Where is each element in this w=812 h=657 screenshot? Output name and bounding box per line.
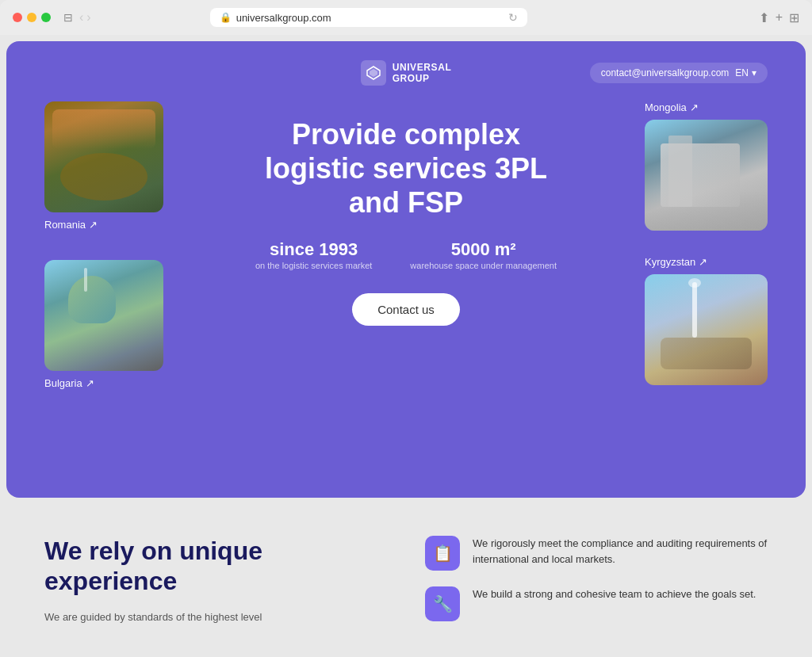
stat-since-label: on the logistic services market	[255, 260, 372, 271]
bulgaria-arrow-icon: ↗	[86, 377, 94, 389]
feature-team: 🔧 We build a strong and cohesive team to…	[425, 586, 768, 621]
stat-space-value: 5000 m²	[410, 239, 557, 260]
compliance-text: We rigorously meet the compliance and au…	[473, 536, 768, 567]
below-left-content: We rely on unique experience We are guid…	[44, 536, 387, 625]
close-button[interactable]	[13, 13, 22, 22]
forward-icon[interactable]: ›	[86, 10, 90, 25]
bulgaria-label: Bulgaria ↗	[44, 377, 163, 389]
browser-window: ⊟ ‹ › 🔒 universalkgroup.com ↻ ⬆ + ⊞	[0, 0, 812, 650]
country-card-mongolia[interactable]: Mongolia ↗	[645, 101, 768, 231]
hero-section: UNIVERSAL GROUP contact@universalkgroup.…	[6, 41, 806, 498]
romania-image	[44, 101, 163, 212]
back-icon[interactable]: ‹	[79, 10, 83, 25]
address-bar[interactable]: 🔒 universalkgroup.com ↻	[210, 8, 527, 27]
kyrgyzstan-image	[645, 274, 768, 385]
language-label: EN	[735, 67, 749, 78]
stat-space: 5000 m² warehouse space under management	[410, 239, 557, 271]
team-text: We build a strong and cohesive team to a…	[473, 586, 756, 602]
country-card-kyrgyzstan[interactable]: Kyrgyzstan ↗	[645, 256, 768, 385]
contact-us-button[interactable]: Contact us	[352, 293, 460, 326]
header-contact-bar[interactable]: contact@universalkgroup.com EN ▾	[590, 63, 768, 83]
chevron-down-icon: ▾	[752, 67, 756, 78]
traffic-lights	[13, 13, 51, 22]
hero-stats: since 1993 on the logistic services mark…	[255, 239, 557, 271]
mongolia-arrow-icon: ↗	[690, 101, 699, 113]
refresh-icon[interactable]: ↻	[508, 11, 518, 24]
new-tab-icon[interactable]: +	[776, 10, 783, 25]
below-title: We rely on unique experience	[44, 536, 387, 597]
hero-title: Provide complex logistic services 3PL an…	[255, 117, 557, 220]
language-selector[interactable]: EN ▾	[735, 67, 756, 78]
logo[interactable]: UNIVERSAL GROUP	[361, 60, 452, 86]
tab-grid-icon[interactable]: ⊞	[789, 10, 799, 25]
country-card-romania[interactable]: Romania ↗	[44, 101, 163, 231]
maximize-button[interactable]	[41, 13, 51, 22]
hero-layout: Romania ↗ Bulgaria ↗	[44, 101, 768, 466]
contact-email: contact@universalkgroup.com	[601, 67, 730, 78]
mongolia-image	[645, 120, 768, 231]
kyrgyzstan-arrow-icon: ↗	[699, 256, 707, 268]
browser-controls: ⊟ ‹ ›	[63, 10, 91, 25]
below-grid: We rely on unique experience We are guid…	[44, 536, 768, 625]
svg-marker-1	[370, 69, 377, 77]
lock-icon: 🔒	[220, 12, 232, 23]
stat-since: since 1993 on the logistic services mark…	[255, 239, 372, 271]
stat-space-label: warehouse space under management	[410, 260, 557, 271]
below-description: We are guided by standards of the highes…	[44, 609, 387, 625]
page-content: UNIVERSAL GROUP contact@universalkgroup.…	[0, 35, 812, 650]
mongolia-label-top: Mongolia ↗	[645, 101, 768, 113]
share-icon[interactable]: ⬆	[759, 10, 769, 25]
romania-label: Romania ↗	[44, 219, 163, 231]
browser-titlebar: ⊟ ‹ › 🔒 universalkgroup.com ↻ ⬆ + ⊞	[0, 0, 812, 35]
minimize-button[interactable]	[27, 13, 36, 22]
stat-since-value: since 1993	[255, 239, 372, 260]
kyrgyzstan-label-top: Kyrgyzstan ↗	[645, 256, 768, 268]
below-features: 📋 We rigorously meet the compliance and …	[425, 536, 768, 621]
country-card-bulgaria[interactable]: Bulgaria ↗	[44, 260, 163, 389]
compliance-icon: 📋	[425, 536, 460, 571]
romania-arrow-icon: ↗	[89, 219, 98, 231]
sidebar-toggle-icon[interactable]: ⊟	[63, 11, 73, 24]
logo-icon	[361, 60, 386, 86]
logo-text: UNIVERSAL GROUP	[393, 62, 452, 85]
bulgaria-image	[44, 260, 163, 371]
browser-actions: ⬆ + ⊞	[759, 10, 799, 25]
team-icon: 🔧	[425, 586, 460, 621]
feature-compliance: 📋 We rigorously meet the compliance and …	[425, 536, 768, 571]
hero-center-content: Provide complex logistic services 3PL an…	[255, 109, 557, 326]
site-header: UNIVERSAL GROUP contact@universalkgroup.…	[44, 60, 768, 86]
url-text: universalkgroup.com	[236, 12, 331, 24]
below-section: We rely on unique experience We are guid…	[6, 498, 806, 644]
